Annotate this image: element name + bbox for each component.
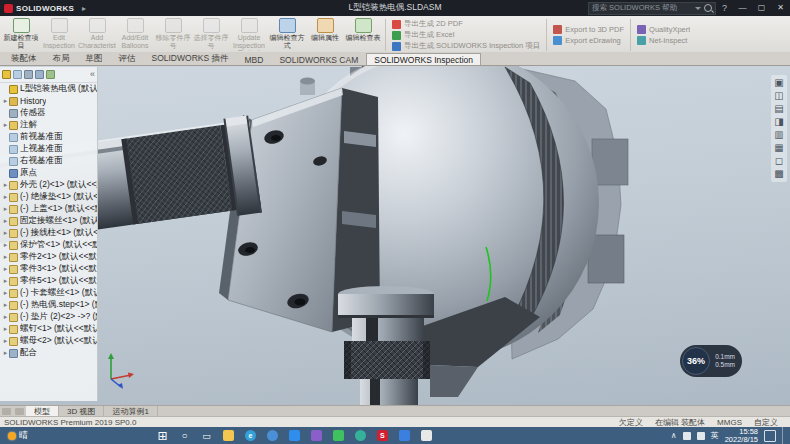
model-lower-fitting[interactable] [338,286,434,405]
display-toolbar-icon[interactable]: ▥ [774,130,783,140]
expand-arrow-icon[interactable]: ▸ [2,265,9,273]
taskbar-app-icon[interactable]: e [242,429,259,443]
doc-tab-splitter-icon[interactable] [2,408,11,415]
configurationmanager-tab-icon[interactable] [24,70,33,79]
ribbon-button[interactable]: 新建检查项目 [2,17,40,53]
taskbar-app-icon[interactable] [352,429,369,443]
menu-expand-arrow-icon[interactable]: ▸ [78,4,90,13]
tray-expand-icon[interactable]: ∧ [671,431,677,440]
display-toolbar-icon[interactable]: ▦ [774,143,783,153]
displaymanager-tab-icon[interactable] [46,70,55,79]
feature-tree-item[interactable]: ▸ (-) 上盖<1> (默认<<默认>_显示状态>) [0,203,97,215]
propertymanager-tab-icon[interactable] [13,70,22,79]
feature-tree-item[interactable]: ▸ 配合 [0,347,97,359]
ribbon-export-button[interactable]: 导出生成 2D PDF [392,20,540,29]
taskbar-app-icon[interactable] [396,429,413,443]
feature-tree-item[interactable]: 上视基准面 [0,143,97,155]
taskbar-app-icon[interactable] [308,429,325,443]
close-button[interactable]: ✕ [771,0,790,16]
ribbon-export-button[interactable]: Export eDrawing [553,36,624,45]
ribbon-button[interactable]: Update Inspection Project [230,17,268,53]
taskbar-app-icon[interactable]: ▭ [198,429,215,443]
expand-arrow-icon[interactable]: ▸ [2,313,9,321]
expand-arrow-icon[interactable]: ▸ [2,349,9,357]
ribbon-export-button[interactable]: 导出生成 SOLIDWORKS Inspection 项目 [392,42,540,51]
feature-tree-item[interactable]: ▸ (-) 热电偶.step<1> (默认<<默认>_显示状态>) [0,299,97,311]
expand-arrow-icon[interactable]: ▸ [2,289,9,297]
feature-tree-item[interactable]: 原点 [0,167,97,179]
feature-tree-item[interactable]: ▸ (-) 接线柱<1> (默认<<默认>_显示状态>) [0,227,97,239]
help-button[interactable]: ? [716,3,733,13]
ribbon-button[interactable]: 选择零件序号 [192,17,230,53]
ribbon-button[interactable]: 编辑检查方式 [268,17,306,53]
commandmanager-tab[interactable]: MBD [236,53,271,65]
taskbar-weather-widget[interactable]: 晴 [0,429,36,442]
ribbon-button[interactable]: Edit Inspection [40,17,78,53]
taskbar-app-icon[interactable] [330,429,347,443]
feature-tree-item[interactable]: ▸ (-) 卡套螺丝<1> (默认<<默认>_显示状态>) [0,287,97,299]
collapse-panel-icon[interactable]: « [90,70,95,79]
expand-arrow-icon[interactable]: ▸ [2,241,9,249]
expand-arrow-icon[interactable]: ▸ [2,193,9,201]
commandmanager-tab[interactable]: 装配体 [3,51,45,65]
dimxpertmanager-tab-icon[interactable] [35,70,44,79]
ribbon-export-button[interactable]: QualityXpert [637,25,690,34]
display-toolbar-icon[interactable]: ▤ [774,104,783,114]
display-toolbar-icon[interactable]: ▣ [774,78,783,88]
ribbon-button[interactable]: 编辑属性 [306,17,344,53]
input-language-indicator[interactable]: 英 [711,430,719,441]
feature-tree-item[interactable]: 右视基准面 [0,155,97,167]
feature-tree-item[interactable]: ▸ (-) 绝缘垫<1> (默认<<默认>_显示状态>) [0,191,97,203]
status-item[interactable]: MMGS [717,418,742,427]
taskbar-app-icon[interactable] [286,429,303,443]
taskbar-app-icon[interactable]: S [374,429,391,443]
display-toolbar-icon[interactable]: ◨ [774,117,783,127]
commandmanager-tab[interactable]: 布局 [45,51,78,65]
expand-arrow-icon[interactable]: ▸ [2,325,9,333]
ribbon-button[interactable]: 移除零件序号 [154,17,192,53]
taskbar-app-icon[interactable]: ○ [176,429,193,443]
feature-tree-item[interactable]: ▸ 保护管<1> (默认<<默认>_显示状态>) [0,239,97,251]
ribbon-button[interactable]: 编辑检查表 [344,17,382,53]
minimize-button[interactable]: — [733,0,752,16]
expand-arrow-icon[interactable]: ▸ [2,301,9,309]
commandmanager-tab[interactable]: SOLIDWORKS Inspection [366,53,481,65]
expand-arrow-icon[interactable]: ▸ [2,97,9,105]
expand-arrow-icon[interactable]: ▸ [2,205,9,213]
taskbar-clock[interactable]: 15:58 2022/8/15 [725,428,758,444]
expand-arrow-icon[interactable]: ▸ [2,277,9,285]
taskbar-app-icon[interactable] [220,429,237,443]
taskbar-app-icon[interactable] [264,429,281,443]
search-icon[interactable] [704,4,712,12]
feature-tree-item[interactable]: ▸ 注解 [0,119,97,131]
feature-tree-item[interactable]: ▸ 零件3<1> (默认<<默认>_显示状态>) [0,263,97,275]
doc-tab-scroll-icon[interactable] [15,408,24,415]
expand-arrow-icon[interactable]: ▸ [2,337,9,345]
feature-tree-item[interactable]: L型铠装热电偶 (默认<默认_显示状态-1>) [0,83,97,95]
expand-arrow-icon[interactable]: ▸ [2,253,9,261]
expand-arrow-icon[interactable]: ▸ [2,181,9,189]
commandmanager-tab[interactable]: 评估 [111,51,144,65]
ribbon-button[interactable]: Add/Edit Balloons [116,17,154,53]
chevron-down-icon[interactable] [695,7,701,10]
network-icon[interactable] [683,432,691,440]
feature-tree-item[interactable]: 前视基准面 [0,131,97,143]
feature-tree-item[interactable]: ▸ 外壳 (2)<1> (默认<<默认>_显示状态>) [0,179,97,191]
ribbon-export-button[interactable]: Net-Inspect [637,36,690,45]
feature-tree-item[interactable]: ▸ History [0,95,97,107]
expand-arrow-icon[interactable]: ▸ [2,121,9,129]
show-desktop-strip[interactable] [782,427,786,444]
ribbon-export-button[interactable]: Export to 3D PDF [553,25,624,34]
feature-tree-item[interactable]: ▸ 固定接螺丝<1> (默认<<默认>_显示状态>) [0,215,97,227]
ribbon-button[interactable]: Add Characteristics [78,17,116,53]
feature-tree-item[interactable]: ▸ 螺钉<1> (默认<<默认>_显示状态>) [0,323,97,335]
maximize-button[interactable]: ▢ [752,0,771,16]
feature-tree-item[interactable]: ▸ 零件2<1> (默认<<默认>_显示状态>) [0,251,97,263]
notification-center-icon[interactable] [764,430,776,442]
commandmanager-tab[interactable]: SOLIDWORKS CAM [271,53,366,65]
featuremanager-tree-tab-icon[interactable] [2,70,11,79]
commandmanager-tab[interactable]: 草图 [78,51,111,65]
display-toolbar-icon[interactable]: ◻ [775,156,783,166]
graphics-viewport[interactable]: « L型铠装热电偶 (默认<默认_显示状态-1>) ▸ History [0,65,790,405]
feature-tree-item[interactable]: 传感器 [0,107,97,119]
